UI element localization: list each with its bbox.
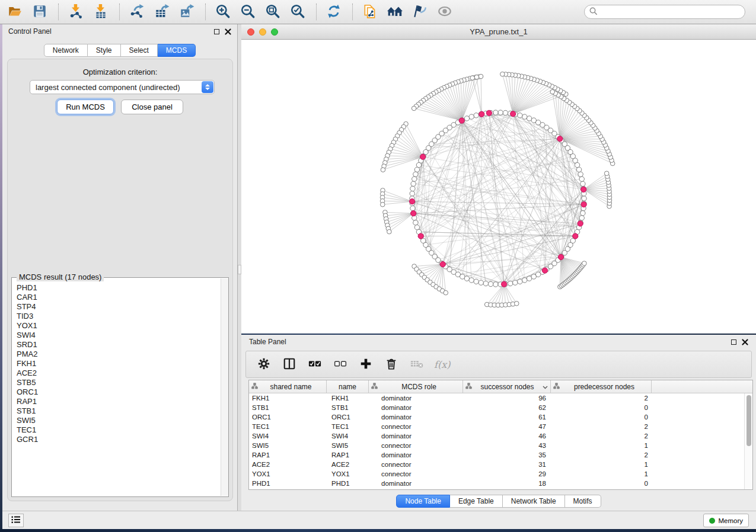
cell-predecessor-nodes[interactable]: 0 xyxy=(551,404,652,411)
cell-shared-name[interactable]: YOX1 xyxy=(249,470,327,477)
cell-name[interactable]: RAP1 xyxy=(327,451,369,459)
cell-name[interactable]: ORC1 xyxy=(327,414,369,421)
table-row[interactable]: ORC1ORC1dominator610 xyxy=(249,412,752,422)
cell-successor-nodes[interactable]: 29 xyxy=(463,470,551,477)
mcds-result-item[interactable]: PHD1 xyxy=(17,283,220,293)
cell-successor-nodes[interactable]: 35 xyxy=(463,451,551,459)
cell-predecessor-nodes[interactable]: 2 xyxy=(551,395,652,402)
mcds-result-item[interactable]: STB1 xyxy=(17,406,220,416)
cell-successor-nodes[interactable]: 31 xyxy=(463,461,551,468)
cell-name[interactable]: SWI5 xyxy=(327,442,369,449)
cell-successor-nodes[interactable]: 47 xyxy=(463,423,551,430)
add-column-button[interactable] xyxy=(358,356,374,373)
cell-name[interactable]: SWI4 xyxy=(327,432,369,440)
mcds-result-item[interactable]: FKH1 xyxy=(17,359,220,368)
cell-shared-name[interactable]: STB1 xyxy=(249,404,327,411)
close-panel-icon[interactable] xyxy=(742,339,748,345)
cell-name[interactable]: FKH1 xyxy=(327,395,369,402)
cell-predecessor-nodes[interactable]: 0 xyxy=(551,414,652,421)
split-view-button[interactable] xyxy=(281,356,298,373)
open-file-button[interactable] xyxy=(6,3,24,21)
network-view-canvas[interactable] xyxy=(241,40,756,334)
cell-MCDS-role[interactable]: dominator xyxy=(369,414,463,421)
table-settings-button[interactable] xyxy=(256,356,272,373)
mcds-result-item[interactable]: PMA2 xyxy=(17,350,220,359)
mcds-result-item[interactable]: STB5 xyxy=(17,378,220,387)
cell-name[interactable]: STB1 xyxy=(327,404,369,411)
column-header-successor-nodes[interactable]: successor nodes xyxy=(463,380,551,393)
mcds-result-item[interactable]: GCR1 xyxy=(17,435,220,444)
column-header-name[interactable]: name xyxy=(327,380,369,393)
cell-MCDS-role[interactable]: connector xyxy=(369,442,463,449)
cell-successor-nodes[interactable]: 96 xyxy=(463,395,551,402)
cell-MCDS-role[interactable]: dominator xyxy=(369,480,463,487)
table-row[interactable]: STB1STB1dominator620 xyxy=(249,403,752,412)
close-panel-button[interactable]: Close panel xyxy=(121,100,183,114)
table-scrollbar[interactable] xyxy=(744,393,752,489)
memory-button[interactable]: Memory xyxy=(703,514,749,527)
cell-predecessor-nodes[interactable]: 1 xyxy=(551,470,652,477)
zoom-selected-button[interactable] xyxy=(289,3,307,21)
tab-motifs[interactable]: Motifs xyxy=(565,495,601,508)
neighbors-button[interactable] xyxy=(386,3,404,21)
cell-shared-name[interactable]: ORC1 xyxy=(249,414,327,421)
cell-predecessor-nodes[interactable]: 2 xyxy=(551,432,652,440)
close-window-icon[interactable] xyxy=(247,28,254,36)
table-row[interactable]: SWI4SWI4dominator462 xyxy=(249,431,752,441)
table-row[interactable]: TEC1TEC1connector472 xyxy=(249,422,752,431)
search-input[interactable] xyxy=(598,7,745,17)
table-row[interactable]: FKH1FKH1dominator962 xyxy=(249,393,752,403)
run-mcds-button[interactable]: Run MCDS xyxy=(57,100,114,114)
task-history-button[interactable] xyxy=(8,514,24,527)
mcds-result-item[interactable]: TEC1 xyxy=(17,425,220,435)
table-row[interactable]: SWI5SWI5connector431 xyxy=(249,441,752,450)
tab-style[interactable]: Style xyxy=(88,44,121,57)
float-panel-icon[interactable] xyxy=(214,29,219,34)
export-network-button[interactable] xyxy=(128,3,146,21)
cell-MCDS-role[interactable]: dominator xyxy=(369,395,463,402)
cell-successor-nodes[interactable]: 62 xyxy=(463,404,551,411)
save-button[interactable] xyxy=(31,3,49,21)
tab-network[interactable]: Network xyxy=(44,44,88,57)
cell-MCDS-role[interactable]: connector xyxy=(369,470,463,477)
table-row[interactable]: ACE2ACE2connector311 xyxy=(249,460,752,469)
table-row[interactable]: PHD1PHD1dominator180 xyxy=(249,479,752,488)
cell-MCDS-role[interactable]: connector xyxy=(369,423,463,430)
cell-shared-name[interactable]: SWI4 xyxy=(249,432,327,440)
tab-edge-table[interactable]: Edge Table xyxy=(450,495,503,508)
mcds-result-item[interactable]: SWI4 xyxy=(17,331,220,340)
search-box[interactable] xyxy=(584,5,745,19)
function-builder-button[interactable]: f(x) xyxy=(434,356,450,373)
zoom-fit-button[interactable] xyxy=(264,3,282,21)
cell-predecessor-nodes[interactable]: 0 xyxy=(551,480,652,487)
cell-MCDS-role[interactable]: connector xyxy=(369,461,463,468)
network-window-titlebar[interactable]: YPA_prune.txt_1 xyxy=(241,24,756,40)
table-scrollbar-thumb[interactable] xyxy=(747,395,751,446)
criterion-dropdown[interactable]: largest connected component (undirected) xyxy=(30,80,215,94)
maximize-window-icon[interactable] xyxy=(271,28,278,36)
column-header-shared-name[interactable]: shared name xyxy=(249,380,327,393)
mcds-result-item[interactable]: CAR1 xyxy=(17,293,220,302)
tab-select[interactable]: Select xyxy=(121,44,158,57)
cell-MCDS-role[interactable]: dominator xyxy=(369,432,463,440)
cell-successor-nodes[interactable]: 46 xyxy=(463,432,551,440)
zoom-out-button[interactable] xyxy=(239,3,257,21)
minimize-window-icon[interactable] xyxy=(259,28,266,36)
cell-name[interactable]: TEC1 xyxy=(327,423,369,430)
cell-shared-name[interactable]: PHD1 xyxy=(249,480,327,487)
cell-MCDS-role[interactable]: dominator xyxy=(369,451,463,459)
tab-node-table[interactable]: Node Table xyxy=(396,495,450,508)
refresh-button[interactable] xyxy=(325,3,343,21)
tab-mcds[interactable]: MCDS xyxy=(158,44,196,57)
zoom-in-button[interactable] xyxy=(214,3,232,21)
cell-predecessor-nodes[interactable]: 1 xyxy=(551,461,652,468)
float-panel-icon[interactable] xyxy=(731,339,736,345)
export-image-button[interactable] xyxy=(178,3,196,21)
close-panel-icon[interactable] xyxy=(225,28,231,35)
cell-MCDS-role[interactable]: dominator xyxy=(369,404,463,411)
tab-network-table[interactable]: Network Table xyxy=(503,495,565,508)
export-table-button[interactable] xyxy=(153,3,171,21)
clone-network-button[interactable] xyxy=(361,3,379,21)
unselect-all-button[interactable] xyxy=(332,356,349,373)
cell-shared-name[interactable]: TEC1 xyxy=(249,423,327,430)
